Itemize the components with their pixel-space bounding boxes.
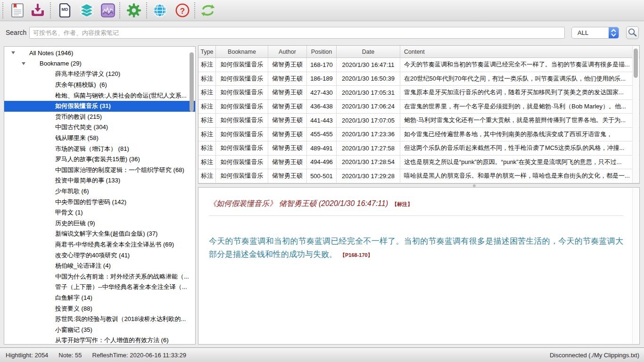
cell-date: 2020/1/30 17:27:58: [337, 141, 400, 155]
disclosure-triangle-icon[interactable]: [22, 62, 25, 65]
table-row[interactable]: 标注 如何假装懂音乐 储智勇王硕 441-443 2020/1/30 17:07…: [198, 114, 639, 128]
detail-scrollbar-track[interactable]: [632, 188, 639, 344]
disclosure-triangle-icon[interactable]: [11, 51, 15, 54]
globe-icon[interactable]: [152, 2, 168, 18]
sidebar-item-book[interactable]: 小窗幽记 (35): [4, 324, 195, 335]
sidebar-item-book[interactable]: 中国国家治理的制度逻辑：一个组织学研究 (68): [4, 165, 195, 176]
table-row[interactable]: 标注 如何假装懂音乐 储智勇王硕 186-189 2020/1/30 16:50…: [198, 72, 639, 86]
column-header-bookname[interactable]: Bookname: [216, 46, 268, 58]
sidebar-item-label: 枪炮、病菌与钢铁:人类社会的命运(世纪人文系...: [55, 91, 187, 100]
sidebar-item-book[interactable]: 罗马人的故事(套装共15册) (36): [4, 154, 195, 165]
select-stepper-icon: [609, 27, 619, 38]
cell-position: 436-438: [307, 100, 337, 114]
table-row[interactable]: 标注 如何假装懂音乐 储智勇王硕 168-170 2020/1/30 16:47…: [198, 58, 639, 72]
sidebar-item-book[interactable]: 市场的逻辑（增订本） (81): [4, 143, 195, 154]
sidebar-item-book[interactable]: 少年凯歌 (6): [4, 186, 195, 197]
table-row[interactable]: 标注 如何假装懂音乐 储智勇王硕 489-491 2020/1/30 17:27…: [198, 141, 639, 156]
cell-author: 储智勇王硕: [268, 100, 307, 114]
refresh-icon[interactable]: [200, 2, 216, 18]
column-header-position[interactable]: Position: [307, 46, 337, 58]
cell-type: 标注: [198, 156, 216, 169]
sidebar-item-book[interactable]: 甲骨文 (1): [4, 207, 195, 218]
sidebar-item-book[interactable]: 中国古代简史 (304): [4, 122, 195, 133]
help-icon[interactable]: ?: [174, 2, 190, 18]
cell-position: 186-189: [307, 72, 337, 86]
cell-bookname: 如何假装懂音乐: [216, 72, 268, 86]
red-book-icon: [44, 188, 52, 195]
chart-icon[interactable]: [100, 2, 116, 18]
toolbar: MD: [0, 0, 644, 21]
sidebar-item-label: 中国为什么有前途：对外经济关系的战略潜能（...: [55, 272, 189, 281]
column-header-date[interactable]: Date: [337, 46, 400, 58]
sidebar-item-all-notes[interactable]: All Notes (1946): [4, 48, 195, 58]
sidebar-item-label: 罗马人的故事(套装共15册) (36): [55, 155, 140, 164]
sidebar-item-book[interactable]: 投资中最简单的事 (133): [4, 175, 195, 186]
sidebar-item-label: All Notes (1946): [29, 49, 73, 57]
sidebar-item-label: Bookname (29): [40, 60, 82, 67]
cell-type: 标注: [198, 114, 216, 127]
cell-bookname: 如何假装懂音乐: [216, 169, 268, 183]
column-header-author[interactable]: Author: [268, 46, 307, 58]
cell-date: 2020/1/30 17:29:28: [337, 169, 400, 183]
table-row[interactable]: 标注 如何假装懂音乐 储智勇王硕 455-455 2020/1/30 17:23…: [198, 128, 639, 142]
sidebar-item-label: 苏世民:我的经验与教训（2018读桥水达利欧的...: [55, 315, 186, 323]
sidebar-item-book[interactable]: 钱从哪里来 (58): [4, 133, 195, 144]
app-window: { "toolbar": { "icons": ["document-icon"…: [0, 0, 644, 362]
gear-icon[interactable]: [126, 2, 142, 18]
table-scrollbar-thumb[interactable]: [634, 49, 638, 78]
red-book-icon: [44, 209, 52, 216]
red-book-icon: [44, 294, 52, 301]
search-input[interactable]: [29, 27, 565, 39]
sidebar-scrollbar-thumb[interactable]: [190, 52, 194, 112]
layers-icon[interactable]: [79, 2, 95, 18]
sidebar-item-book[interactable]: 中央帝国的哲学密码 (142): [4, 197, 195, 207]
sidebar-item-book[interactable]: 白鱼解字 (14): [4, 293, 195, 304]
table-row[interactable]: 标注 如何假装懂音乐 储智勇王硕 500-501 2020/1/30 17:29…: [198, 169, 639, 183]
detail-divider: [209, 215, 623, 216]
sidebar-item-book[interactable]: 新编说文解字大全集(超值白金版) (37): [4, 229, 195, 239]
cell-type: 标注: [198, 141, 216, 155]
red-book-icon: [44, 145, 52, 152]
sidebar-item-book[interactable]: 苏世民:我的经验与教训（2018读桥水达利欧的...: [4, 314, 195, 325]
sidebar-item-book[interactable]: 杨伯峻_论语译注 (4): [4, 261, 195, 272]
sidebar-item-label: 商君书-中华经典名著全本全注全译丛书 (69): [55, 240, 174, 249]
cell-content: 在20世纪50年代到70年代之间，有过一类乐队，叫节奏蓝调乐队，他们使用的乐..…: [400, 72, 639, 86]
column-header-type[interactable]: Type: [198, 46, 216, 58]
sidebar-item-book[interactable]: 庆余年(精校版) (6): [4, 80, 195, 90]
sidebar-item-book[interactable]: 管子（上下册）--中华经典名著全本全注全译（...: [4, 282, 195, 293]
sidebar-item-book[interactable]: 改变心理学的40项研究 (41): [4, 250, 195, 261]
table-scrollbar-track[interactable]: [632, 46, 639, 183]
sidebar-item-book[interactable]: 枪炮、病菌与钢铁:人类社会的命运(世纪人文系...: [4, 90, 195, 101]
search-icon: [627, 27, 638, 38]
sidebar-item-bookname-group[interactable]: Bookname (29): [4, 58, 195, 69]
red-book-icon: [44, 316, 52, 323]
cell-bookname: 如何假装懂音乐: [216, 141, 268, 155]
cell-type: 标注: [198, 72, 216, 86]
filter-select[interactable]: ALL: [571, 27, 619, 39]
sidebar-item-book[interactable]: 中国为什么有前途：对外经济关系的战略潜能（...: [4, 271, 195, 282]
sidebar-item-book[interactable]: 历史的巨镜 (9): [4, 218, 195, 229]
note-detail-header: 《如何假装懂音乐》 储智勇王硕 (2020/1/30 16:47:11)【标注】: [209, 199, 623, 209]
red-book-icon: [44, 177, 52, 184]
sidebar-item-book[interactable]: 从零开始学写作：个人增值的有效方法 (6): [4, 335, 195, 345]
sidebar-item-label: 庆余年(精校版) (6): [55, 81, 107, 89]
cell-date: 2020/1/30 17:07:05: [337, 114, 400, 127]
toolbar-separator: [146, 2, 147, 18]
markdown-icon[interactable]: MD: [57, 2, 73, 18]
red-book-icon: [44, 230, 52, 238]
table-row[interactable]: 标注 如何假装懂音乐 储智勇王硕 494-496 2020/1/30 17:28…: [198, 156, 639, 170]
notes-table: Type Bookname Author Position Date Conte…: [198, 45, 640, 184]
table-row[interactable]: 标注 如何假装懂音乐 储智勇王硕 427-430 2020/1/30 17:05…: [198, 86, 639, 100]
sidebar-item-book[interactable]: 薛兆丰经济学讲义 (120): [4, 69, 195, 80]
import-icon[interactable]: [30, 2, 46, 18]
table-row[interactable]: 标注 如何假装懂音乐 储智勇王硕 436-438 2020/1/30 17:06…: [198, 100, 639, 114]
red-book-icon: [44, 124, 52, 131]
sidebar-item-book[interactable]: 货币的教训 (215): [4, 112, 195, 123]
sidebar-item-book[interactable]: 投资要义 (88): [4, 303, 195, 314]
sidebar-item-book[interactable]: 如何假装懂音乐 (31): [4, 101, 195, 112]
search-button[interactable]: [626, 26, 639, 39]
document-icon[interactable]: [9, 2, 25, 18]
column-header-content[interactable]: Content: [400, 46, 639, 58]
sidebar-item-book[interactable]: 商君书-中华经典名著全本全注全译丛书 (69): [4, 239, 195, 250]
sidebar-item-label: 中国国家治理的制度逻辑：一个组织学研究 (68): [55, 166, 184, 174]
